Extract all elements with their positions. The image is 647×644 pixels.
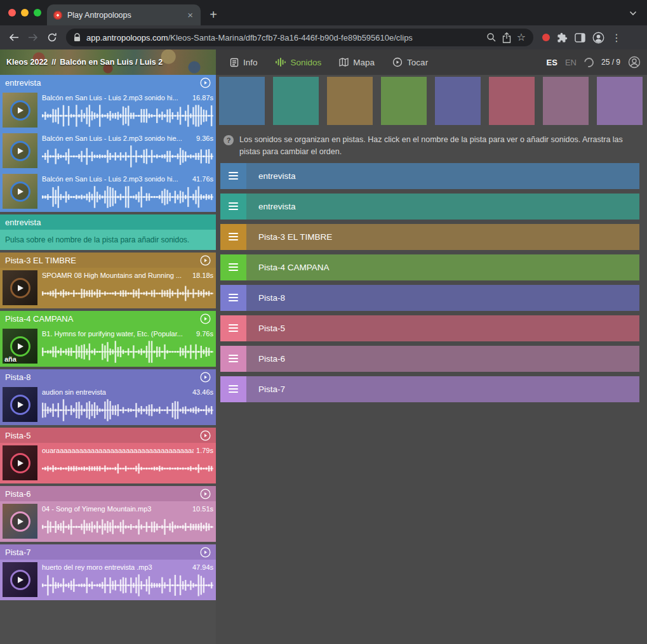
clip-item[interactable]: huerto del rey moro entrevista .mp3 47.9… [0, 560, 216, 600]
clip-item[interactable]: ouaraaaaaaaaaaaaaaaaaaaaaaaaaaaaaaaaaaaa… [0, 443, 216, 483]
clip-thumbnail[interactable] [3, 174, 37, 209]
browser-menu-dots-icon[interactable]: ⋮ [611, 32, 622, 44]
drag-handle-icon[interactable] [220, 163, 246, 189]
clip-play-overlay-icon[interactable] [10, 336, 30, 357]
track-header[interactable]: Pista-8 [0, 369, 216, 384]
drag-handle-icon[interactable] [220, 254, 246, 280]
clip-thumbnail[interactable] [3, 133, 37, 168]
reload-button[interactable] [43, 29, 61, 46]
clip-play-overlay-icon[interactable] [10, 100, 30, 121]
track-color-swatch[interactable] [273, 77, 319, 125]
track-header[interactable]: entrevista [0, 214, 216, 230]
clip-thumbnail[interactable] [3, 445, 37, 480]
breadcrumb[interactable]: Kleos 2022 // Balcón en San Luis / Luis … [0, 49, 216, 75]
drag-handle-icon[interactable] [220, 224, 246, 250]
breadcrumb-project[interactable]: Kleos 2022 [6, 58, 48, 67]
forward-button[interactable] [24, 29, 42, 46]
track-row-bar[interactable]: Pista-3 EL TIMBRE [246, 224, 639, 250]
track-color-swatch[interactable] [489, 77, 535, 125]
track-color-swatch[interactable] [381, 77, 427, 125]
track-header[interactable]: Pista-6 [0, 486, 216, 501]
track-row[interactable]: Pista-3 EL TIMBRE [220, 224, 639, 250]
clip-item[interactable]: 04 - Song of Yimeng Mountain.mp3 10.51s [0, 501, 216, 542]
clip-thumbnail[interactable] [3, 387, 37, 422]
track-row[interactable]: Pista-8 [220, 285, 639, 311]
profile-avatar-icon[interactable] [592, 32, 604, 44]
back-button[interactable] [5, 29, 23, 46]
track-row-bar[interactable]: Pista-7 [246, 376, 639, 402]
clip-play-overlay-icon[interactable] [10, 453, 30, 473]
browser-tab[interactable]: Play Antropoloops × [47, 4, 201, 25]
track-row-bar[interactable]: Pista-5 [246, 315, 639, 341]
drag-handle-icon[interactable] [220, 285, 246, 311]
track-header[interactable]: Pista-4 CAMPANA [0, 311, 216, 326]
track-header[interactable]: Pista-5 [0, 428, 216, 443]
track-header[interactable]: Pista-3 EL TIMBRE [0, 253, 216, 268]
track-play-button[interactable] [200, 489, 211, 499]
track-row[interactable]: Pista-5 [220, 315, 639, 341]
track-row-bar[interactable]: Pista-8 [246, 285, 639, 311]
tab-sonidos[interactable]: Sonidos [276, 58, 322, 67]
clip-play-overlay-icon[interactable] [10, 570, 30, 590]
track-row-bar[interactable]: Pista-6 [246, 346, 639, 372]
clip-item[interactable]: Balcón en San Luis - Luis 2.mp3 sonido h… [0, 131, 216, 171]
track-row-bar[interactable]: entrevista [246, 194, 639, 220]
account-icon[interactable] [628, 56, 641, 69]
clip-play-overlay-icon[interactable] [10, 395, 30, 415]
tab-tocar[interactable]: Tocar [392, 57, 428, 67]
track-play-button[interactable] [200, 255, 211, 266]
new-tab-button[interactable]: + [204, 6, 222, 23]
track-row[interactable]: Pista-7 [220, 376, 639, 402]
extensions-puzzle-icon[interactable] [557, 32, 568, 43]
drag-handle-icon[interactable] [220, 346, 246, 372]
track-header[interactable]: Pista-7 [0, 544, 216, 560]
bookmark-star-icon[interactable]: ☆ [517, 32, 526, 43]
clip-thumbnail[interactable]: aña [3, 329, 37, 364]
tab-info[interactable]: Info [230, 58, 258, 67]
track-row-bar[interactable]: Pista-4 CAMPANA [246, 254, 639, 280]
track-play-button[interactable] [200, 547, 211, 558]
tab-mapa[interactable]: Mapa [339, 58, 375, 67]
clip-thumbnail[interactable] [3, 504, 37, 539]
drag-handle-icon[interactable] [220, 315, 246, 341]
lang-es-button[interactable]: ES [547, 58, 557, 67]
clip-item[interactable]: SPOAMR 08 High Mountains and Running ...… [0, 268, 216, 308]
clip-item[interactable]: aña B1. Hymns for purifying water, Etc. … [0, 326, 216, 367]
track-play-button[interactable] [200, 372, 211, 383]
track-play-button[interactable] [200, 313, 211, 324]
track-header[interactable]: entrevista [0, 75, 216, 90]
track-row[interactable]: entrevista [220, 194, 639, 220]
lang-en-button[interactable]: EN [565, 58, 577, 67]
share-icon[interactable] [502, 32, 511, 43]
traffic-close-button[interactable] [8, 9, 16, 16]
clip-play-overlay-icon[interactable] [10, 511, 30, 532]
clip-play-overlay-icon[interactable] [10, 278, 30, 298]
drag-handle-icon[interactable] [220, 376, 246, 402]
track-row[interactable]: Pista-6 [220, 346, 639, 372]
clip-item[interactable]: Balcón en San Luis - Luis 2.mp3 sonido h… [0, 171, 216, 212]
clip-thumbnail[interactable] [3, 562, 37, 597]
tab-search-chevron-icon[interactable] [629, 7, 637, 18]
track-row-bar[interactable]: entrevista [246, 163, 639, 189]
track-color-swatch[interactable] [435, 77, 481, 125]
track-color-swatch[interactable] [219, 77, 265, 125]
track-play-button[interactable] [200, 430, 211, 441]
track-play-button[interactable] [200, 77, 211, 88]
traffic-minimize-button[interactable] [21, 9, 29, 16]
clip-play-overlay-icon[interactable] [10, 141, 30, 161]
track-color-swatch[interactable] [543, 77, 589, 125]
zoom-icon[interactable] [486, 32, 497, 43]
clip-play-overlay-icon[interactable] [10, 181, 30, 202]
clip-item[interactable]: audion sin entrevista 43.46s [0, 384, 216, 425]
track-row[interactable]: entrevista [220, 163, 639, 189]
track-color-swatch[interactable] [597, 77, 643, 125]
address-bar[interactable]: app.antropoloops.com/Kleos-Santa-Marina/… [66, 29, 533, 46]
traffic-zoom-button[interactable] [34, 9, 41, 16]
recorder-extension-icon[interactable] [542, 34, 550, 41]
split-view-icon[interactable] [575, 33, 585, 43]
clip-thumbnail[interactable] [3, 270, 37, 305]
track-color-swatch[interactable] [327, 77, 373, 125]
drag-handle-icon[interactable] [220, 194, 246, 220]
track-row[interactable]: Pista-4 CAMPANA [220, 254, 639, 280]
clip-thumbnail[interactable] [3, 93, 37, 128]
